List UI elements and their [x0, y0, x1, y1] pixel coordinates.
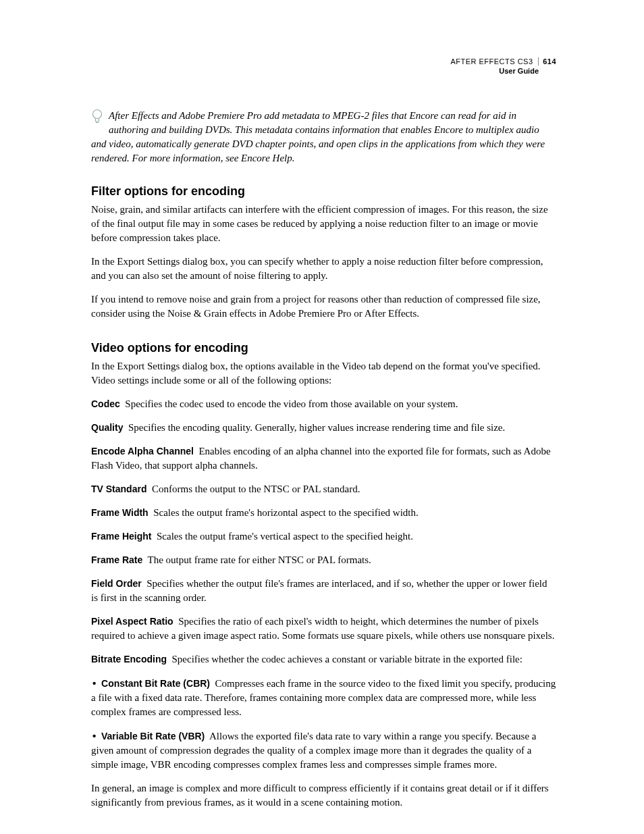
- def-desc: Scales the output frame's horizontal asp…: [153, 507, 419, 518]
- definition-item: Codec Specifies the codec used to encode…: [91, 397, 556, 411]
- def-term: Pixel Aspect Ratio: [91, 616, 173, 627]
- definition-item: Frame Height Scales the output frame's v…: [91, 529, 556, 544]
- header-subtitle: User Guide: [91, 66, 556, 76]
- definition-item: Bitrate Encoding Specifies whether the c…: [91, 652, 556, 667]
- def-term: Field Order: [91, 578, 142, 589]
- bullet-icon: •: [91, 730, 99, 741]
- definition-item: Quality Specifies the encoding quality. …: [91, 421, 556, 435]
- def-term: Bitrate Encoding: [91, 654, 167, 664]
- def-desc: Specifies whether the codec achieves a c…: [172, 654, 522, 664]
- def-desc: The output frame rate for either NTSC or…: [148, 554, 371, 565]
- definition-item: Encode Alpha Channel Enables encoding of…: [91, 444, 556, 473]
- section-video-options: Video options for encoding In the Export…: [91, 341, 556, 810]
- definition-item: Pixel Aspect Ratio Specifies the ratio o…: [91, 615, 556, 643]
- bullet-item: • Variable Bit Rate (VBR) Allows the exp…: [91, 729, 556, 772]
- def-desc: Specifies whether the output file's fram…: [91, 578, 547, 603]
- paragraph: If you intend to remove noise and grain …: [91, 292, 556, 321]
- paragraph: In general, an image is complex and more…: [91, 781, 556, 810]
- paragraph: In the Export Settings dialog box, the o…: [91, 359, 556, 388]
- svg-point-0: [93, 109, 102, 118]
- definition-item: Frame Width Scales the output frame's ho…: [91, 506, 556, 520]
- def-desc: Specifies the encoding quality. Generall…: [128, 422, 505, 433]
- bullet-icon: •: [91, 677, 99, 689]
- running-header: AFTER EFFECTS CS3 614 User Guide: [91, 57, 556, 76]
- tip-text: After Effects and Adobe Premiere Pro add…: [91, 109, 556, 165]
- definition-item: Frame Rate The output frame rate for eit…: [91, 553, 556, 567]
- definition-item: Field Order Specifies whether the output…: [91, 577, 556, 605]
- def-term: Frame Rate: [91, 554, 142, 565]
- page-number: 614: [538, 57, 556, 66]
- section-filter-options: Filter options for encoding Noise, grain…: [91, 184, 556, 321]
- paragraph: Noise, grain, and similar artifacts can …: [91, 203, 556, 245]
- bullet-term: Constant Bit Rate (CBR): [101, 678, 210, 689]
- product-name: AFTER EFFECTS CS3: [450, 57, 533, 66]
- lightbulb-icon: [91, 109, 103, 129]
- heading-filter-options: Filter options for encoding: [91, 184, 556, 199]
- page-content: AFTER EFFECTS CS3 614 User Guide After E…: [0, 0, 644, 834]
- heading-video-options: Video options for encoding: [91, 341, 556, 355]
- def-desc: Specifies the codec used to encode the v…: [125, 398, 458, 409]
- def-term: Codec: [91, 398, 120, 409]
- def-term: Frame Width: [91, 507, 149, 518]
- bullet-term: Variable Bit Rate (VBR): [101, 731, 205, 741]
- tip-block: After Effects and Adobe Premiere Pro add…: [91, 109, 556, 165]
- paragraph: In the Export Settings dialog box, you c…: [91, 255, 556, 283]
- def-term: Encode Alpha Channel: [91, 446, 194, 457]
- def-term: Quality: [91, 422, 123, 433]
- def-desc: Scales the output frame's vertical aspec…: [157, 531, 413, 542]
- bullet-item: • Constant Bit Rate (CBR) Compresses eac…: [91, 676, 556, 719]
- def-term: TV Standard: [91, 484, 146, 494]
- def-desc: Conforms the output to the NTSC or PAL s…: [152, 484, 360, 494]
- def-term: Frame Height: [91, 531, 151, 542]
- definition-item: TV Standard Conforms the output to the N…: [91, 482, 556, 496]
- header-line1: AFTER EFFECTS CS3 614: [91, 57, 556, 66]
